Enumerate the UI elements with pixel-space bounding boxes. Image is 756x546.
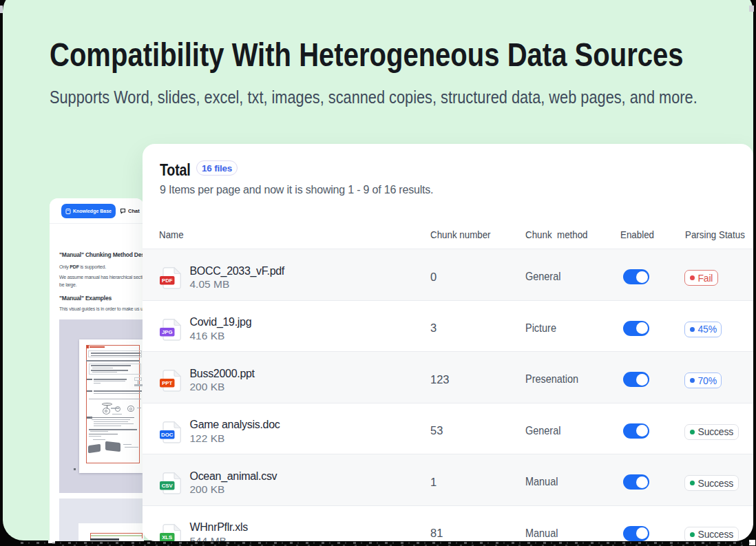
svg-text:JPG: JPG [162, 329, 173, 335]
svg-text:DOC: DOC [161, 432, 174, 438]
svg-text:CSV: CSV [162, 483, 174, 490]
svg-text:PDF: PDF [162, 277, 173, 284]
svg-text:PPT: PPT [162, 380, 172, 386]
svg-text:XLS: XLS [162, 534, 172, 540]
